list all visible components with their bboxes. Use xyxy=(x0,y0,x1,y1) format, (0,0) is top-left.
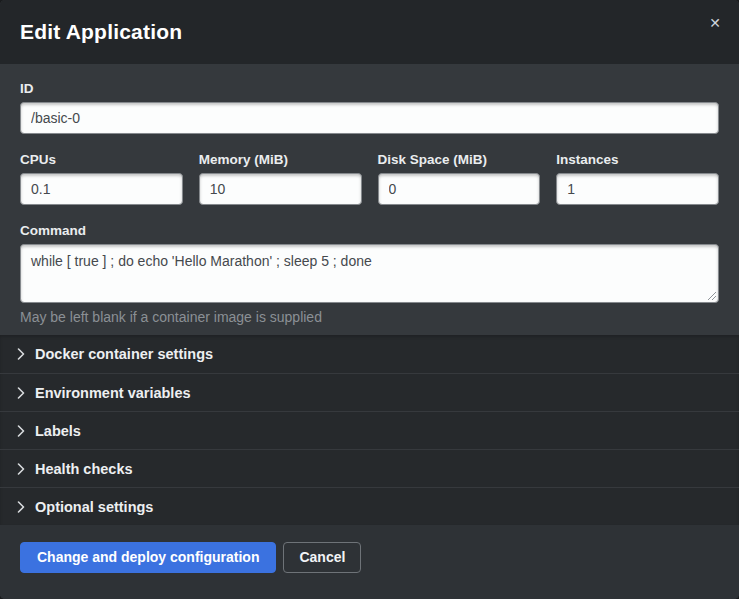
id-field-group: ID xyxy=(20,81,719,134)
chevron-right-icon xyxy=(17,348,25,360)
cpus-field-group: CPUs xyxy=(20,152,183,205)
memory-label: Memory (MiB) xyxy=(199,152,362,167)
id-label: ID xyxy=(20,81,719,96)
close-icon[interactable]: ✕ xyxy=(703,14,727,32)
instances-label: Instances xyxy=(556,152,719,167)
accordion-section-label: Docker container settings xyxy=(35,346,213,362)
accordion-section-label: Labels xyxy=(35,423,81,439)
accordion-section-labels[interactable]: Labels xyxy=(0,411,739,449)
accordion-section-health-checks[interactable]: Health checks xyxy=(0,449,739,487)
id-input[interactable] xyxy=(20,102,719,134)
submit-button[interactable]: Change and deploy configuration xyxy=(20,542,276,573)
chevron-right-icon xyxy=(17,501,25,513)
modal-header: Edit Application ✕ xyxy=(0,0,739,64)
edit-application-modal: Edit Application ✕ ID CPUs Memory (MiB) … xyxy=(0,0,739,599)
disk-field-group: Disk Space (MiB) xyxy=(378,152,541,205)
accordion-section-docker-container-settings[interactable]: Docker container settings xyxy=(0,335,739,373)
modal-title: Edit Application xyxy=(20,20,182,44)
memory-field-group: Memory (MiB) xyxy=(199,152,362,205)
disk-label: Disk Space (MiB) xyxy=(378,152,541,167)
instances-field-group: Instances xyxy=(556,152,719,205)
accordion-section-label: Optional settings xyxy=(35,499,153,515)
accordion-section-environment-variables[interactable]: Environment variables xyxy=(0,373,739,411)
accordion-section-optional-settings[interactable]: Optional settings xyxy=(0,487,739,525)
command-field-group: Command while [ true ] ; do echo 'Hello … xyxy=(20,223,719,326)
cpus-input[interactable] xyxy=(20,173,183,205)
modal-body: ID CPUs Memory (MiB) Disk Space (MiB) In… xyxy=(0,64,739,326)
command-textarea[interactable]: while [ true ] ; do echo 'Hello Marathon… xyxy=(20,244,719,303)
accordion-section-label: Health checks xyxy=(35,461,133,477)
chevron-right-icon xyxy=(17,387,25,399)
memory-input[interactable] xyxy=(199,173,362,205)
command-textarea-wrap: while [ true ] ; do echo 'Hello Marathon… xyxy=(20,244,719,303)
cpus-label: CPUs xyxy=(20,152,183,167)
modal-footer: Change and deploy configuration Cancel xyxy=(0,525,739,599)
accordion: Docker container settings Environment va… xyxy=(0,335,739,525)
instances-input[interactable] xyxy=(556,173,719,205)
command-label: Command xyxy=(20,223,719,238)
command-help-text: May be left blank if a container image i… xyxy=(20,308,719,326)
accordion-section-label: Environment variables xyxy=(35,385,191,401)
chevron-right-icon xyxy=(17,425,25,437)
resources-row: CPUs Memory (MiB) Disk Space (MiB) Insta… xyxy=(20,152,719,205)
disk-input[interactable] xyxy=(378,173,541,205)
chevron-right-icon xyxy=(17,463,25,475)
cancel-button[interactable]: Cancel xyxy=(283,542,361,573)
